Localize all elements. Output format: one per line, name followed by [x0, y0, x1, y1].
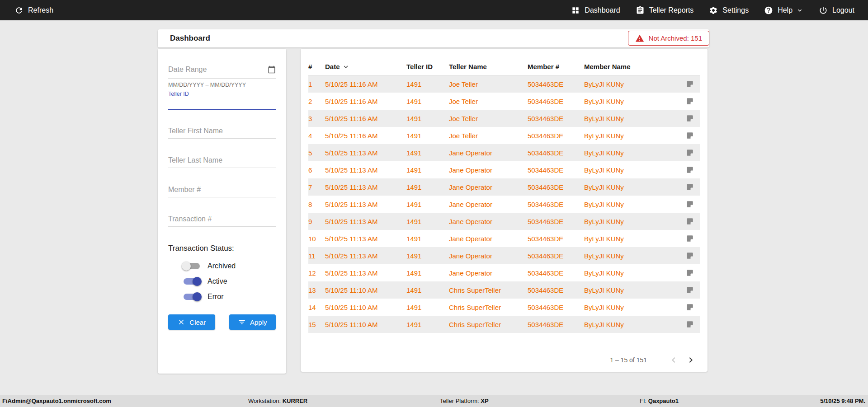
cell-row-number: 10: [308, 235, 325, 243]
note-icon[interactable]: [686, 320, 694, 328]
active-toggle[interactable]: [182, 276, 202, 287]
cell-teller-name: Jane Operator: [449, 269, 528, 277]
table-row[interactable]: 5 5/10/25 11:13 AM 1491 Jane Operator 50…: [308, 144, 700, 161]
table-row[interactable]: 11 5/10/25 11:13 AM 1491 Jane Operator 5…: [308, 247, 700, 264]
cell-date: 5/10/25 11:13 AM: [325, 149, 406, 157]
cell-date: 5/10/25 11:13 AM: [325, 183, 406, 191]
nav-dashboard[interactable]: Dashboard: [571, 6, 620, 15]
cell-row-number: 2: [308, 98, 325, 105]
cell-teller-name: Joe Teller: [449, 98, 528, 105]
member-number-input[interactable]: [168, 186, 276, 194]
nav-logout[interactable]: Logout: [819, 6, 854, 15]
chevron-left-icon: [668, 355, 679, 365]
cell-teller-name: Chris SuperTeller: [449, 304, 528, 311]
cell-member-name: ByLyJI KUNy: [584, 183, 680, 191]
cell-teller-id: 1491: [406, 98, 449, 105]
teller-id-input[interactable]: [168, 97, 276, 110]
not-archived-badge[interactable]: Not Archived: 151: [628, 31, 709, 46]
cell-member-name: ByLyJI KUNy: [584, 98, 680, 105]
table-row[interactable]: 2 5/10/25 11:16 AM 1491 Joe Teller 50344…: [308, 93, 700, 110]
archived-toggle-label: Archived: [208, 262, 236, 270]
pagination: 1 – 15 of 151: [610, 354, 697, 366]
note-icon[interactable]: [686, 131, 694, 140]
warning-icon: [635, 34, 644, 43]
active-toggle-row: Active: [182, 276, 276, 287]
table-row[interactable]: 7 5/10/25 11:13 AM 1491 Jane Operator 50…: [308, 178, 700, 196]
note-icon[interactable]: [686, 217, 694, 225]
next-page-button[interactable]: [685, 354, 697, 366]
table-row[interactable]: 15 5/10/25 11:10 AM 1491 Chris SuperTell…: [308, 316, 700, 333]
note-icon[interactable]: [686, 114, 694, 122]
table-row[interactable]: 3 5/10/25 11:16 AM 1491 Joe Teller 50344…: [308, 110, 700, 127]
teller-id-label: Teller ID: [168, 91, 276, 97]
cell-note: [680, 149, 700, 157]
transaction-status-label: Transaction Status:: [168, 244, 276, 253]
cell-teller-id: 1491: [406, 252, 449, 260]
dashboard-icon: [571, 6, 580, 15]
col-header-date[interactable]: Date: [325, 63, 406, 71]
cell-member-name: ByLyJI KUNy: [584, 304, 680, 311]
table-row[interactable]: 1 5/10/25 11:16 AM 1491 Joe Teller 50344…: [308, 75, 700, 93]
archived-toggle[interactable]: [182, 261, 202, 271]
previous-page-button[interactable]: [668, 354, 679, 366]
navbar-right-group: Dashboard Teller Reports Settings Help L…: [571, 6, 854, 15]
date-range-input[interactable]: [168, 65, 268, 74]
apply-button-label: Apply: [250, 318, 267, 326]
calendar-icon[interactable]: [268, 65, 276, 74]
table-row[interactable]: 8 5/10/25 11:13 AM 1491 Jane Operator 50…: [308, 196, 700, 213]
cell-member-num: 5034463DE: [528, 218, 584, 225]
table-row[interactable]: 10 5/10/25 11:13 AM 1491 Jane Operator 5…: [308, 230, 700, 247]
cell-note: [680, 200, 700, 208]
table-row[interactable]: 4 5/10/25 11:16 AM 1491 Joe Teller 50344…: [308, 127, 700, 144]
cell-teller-id: 1491: [406, 80, 449, 88]
nav-dashboard-label: Dashboard: [585, 6, 620, 14]
teller-last-name-input[interactable]: [168, 156, 276, 164]
page-title: Dashboard: [170, 34, 210, 43]
note-icon[interactable]: [686, 269, 694, 277]
note-icon[interactable]: [686, 80, 694, 88]
note-icon[interactable]: [686, 286, 694, 294]
cell-note: [680, 217, 700, 225]
col-header-teller-name: Teller Name: [449, 63, 528, 70]
note-icon[interactable]: [686, 97, 694, 105]
error-toggle[interactable]: [182, 291, 202, 302]
nav-settings-label: Settings: [722, 6, 749, 14]
refresh-button[interactable]: Refresh: [14, 6, 53, 15]
nav-settings[interactable]: Settings: [709, 6, 749, 15]
cell-note: [680, 269, 700, 277]
clear-button[interactable]: Clear: [168, 314, 215, 330]
nav-teller-reports-label: Teller Reports: [649, 6, 694, 14]
cell-teller-name: Jane Operator: [449, 183, 528, 191]
note-icon[interactable]: [686, 200, 694, 208]
note-icon[interactable]: [686, 252, 694, 260]
cell-member-name: ByLyJI KUNy: [584, 286, 680, 294]
table-header-row: # Date Teller ID Teller Name Member # Me…: [308, 58, 700, 75]
note-icon[interactable]: [686, 149, 694, 157]
teller-first-name-input[interactable]: [168, 127, 276, 135]
cell-note: [680, 303, 700, 311]
table-row[interactable]: 13 5/10/25 11:10 AM 1491 Chris SuperTell…: [308, 281, 700, 299]
cell-member-num: 5034463DE: [528, 115, 584, 122]
note-icon[interactable]: [686, 234, 694, 243]
apply-button[interactable]: Apply: [229, 314, 276, 330]
transaction-number-input[interactable]: [168, 215, 276, 223]
cell-member-num: 5034463DE: [528, 132, 584, 140]
table-row[interactable]: 14 5/10/25 11:10 AM 1491 Chris SuperTell…: [308, 299, 700, 316]
note-icon[interactable]: [686, 166, 694, 174]
cell-teller-name: Joe Teller: [449, 115, 528, 122]
note-icon[interactable]: [686, 183, 694, 191]
clear-button-label: Clear: [189, 318, 206, 326]
top-navbar: Refresh Dashboard Teller Reports Setting…: [0, 0, 868, 20]
note-icon[interactable]: [686, 303, 694, 311]
fi-label: FI:: [640, 398, 646, 404]
cell-member-name: ByLyJI KUNy: [584, 235, 680, 243]
cell-teller-id: 1491: [406, 132, 449, 140]
table-row[interactable]: 6 5/10/25 11:13 AM 1491 Jane Operator 50…: [308, 161, 700, 178]
table-row[interactable]: 12 5/10/25 11:13 AM 1491 Jane Operator 5…: [308, 264, 700, 281]
teller-platform-info: Teller Platform: XP: [440, 395, 489, 407]
nav-help[interactable]: Help: [764, 6, 803, 15]
table-row[interactable]: 9 5/10/25 11:13 AM 1491 Jane Operator 50…: [308, 213, 700, 230]
cell-row-number: 11: [308, 252, 325, 260]
nav-teller-reports[interactable]: Teller Reports: [636, 6, 694, 15]
cell-member-name: ByLyJI KUNy: [584, 80, 680, 88]
